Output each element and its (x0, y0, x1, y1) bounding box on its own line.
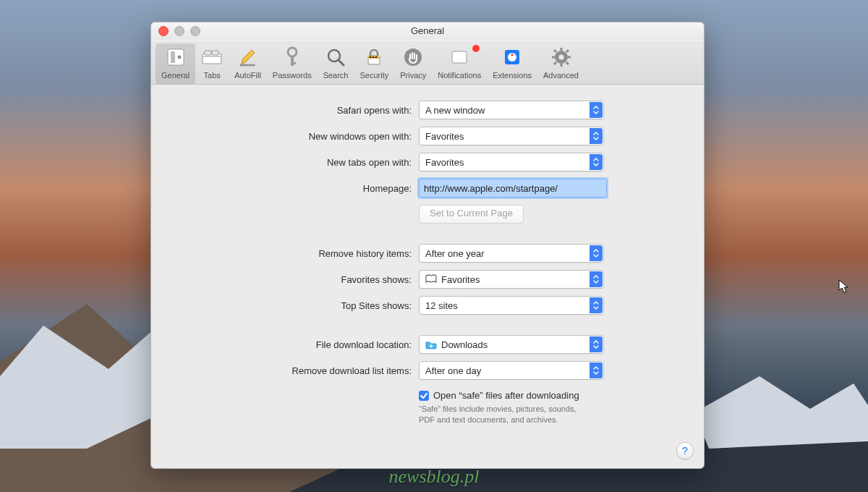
open-safe-files-checkbox[interactable]: Open “safe” files after downloading (419, 390, 636, 401)
svg-line-32 (566, 50, 569, 52)
safe-files-help: “Safe” files include movies, pictures, s… (419, 404, 592, 425)
chevron-updown-icon (590, 102, 603, 118)
cursor-icon (838, 279, 850, 294)
tab-passwords[interactable]: Passwords (267, 43, 318, 84)
folder-icon (425, 339, 437, 349)
svg-rect-13 (291, 62, 296, 64)
svg-rect-5 (171, 51, 175, 63)
tab-label: Privacy (400, 71, 426, 80)
book-icon (425, 274, 437, 284)
popup-new-tabs[interactable]: Favorites (419, 153, 604, 171)
label-remove-downloads: Remove download list items: (173, 365, 419, 376)
svg-line-15 (339, 60, 344, 65)
svg-rect-10 (240, 64, 255, 66)
lock-icon (363, 46, 385, 68)
tab-label: AutoFill (234, 71, 261, 80)
tab-security[interactable]: Security (354, 43, 394, 84)
search-icon (325, 46, 346, 68)
tab-tabs[interactable]: Tabs (195, 43, 229, 84)
tab-label: Extensions (493, 71, 532, 80)
general-pane: Safari opens with: A new window New wind… (151, 85, 704, 447)
tabs-icon (201, 46, 223, 68)
label-safari-opens-with: Safari opens with: (173, 105, 419, 116)
puzzle-icon (501, 46, 523, 68)
popup-safari-opens-with[interactable]: A new window (419, 101, 604, 119)
notification-badge (472, 45, 480, 52)
tab-label: Search (323, 71, 349, 80)
label-remove-history: Remove history items: (173, 248, 419, 259)
gear-icon (550, 46, 572, 68)
svg-rect-8 (205, 51, 211, 55)
help-button[interactable]: ? (676, 442, 694, 459)
popup-remove-history[interactable]: After one year (419, 244, 604, 263)
chevron-updown-icon (590, 271, 603, 287)
chevron-updown-icon (590, 336, 603, 352)
tab-privacy[interactable]: Privacy (394, 43, 432, 84)
popup-new-windows[interactable]: Favorites (419, 127, 604, 145)
notification-icon (448, 46, 470, 68)
pencil-icon (237, 46, 258, 68)
svg-rect-21 (452, 51, 467, 63)
key-icon (281, 46, 303, 68)
desktop: General General Tabs AutoFill (0, 0, 868, 492)
svg-marker-3 (694, 376, 868, 449)
svg-point-25 (558, 55, 563, 60)
close-icon[interactable] (158, 26, 169, 36)
preferences-toolbar: General Tabs AutoFill Passwords (151, 41, 704, 85)
svg-point-11 (288, 48, 297, 56)
svg-line-30 (554, 50, 556, 52)
tab-extensions[interactable]: Extensions (487, 43, 537, 84)
preferences-window: General General Tabs AutoFill (150, 22, 705, 469)
label-top-sites: Top Sites shows: (173, 300, 419, 311)
tab-advanced[interactable]: Advanced (537, 43, 584, 84)
label-new-tabs: New tabs open with: (173, 157, 419, 168)
tab-general[interactable]: General (156, 43, 195, 84)
popup-download-location[interactable]: Downloads (419, 335, 604, 354)
zoom-icon[interactable] (190, 26, 200, 36)
label-favorites-shows: Favorites shows: (173, 274, 419, 285)
set-current-page-button[interactable]: Set to Current Page (419, 205, 524, 224)
popup-favorites-shows[interactable]: Favorites (419, 270, 604, 289)
chevron-updown-icon (590, 362, 603, 378)
tab-label: Advanced (543, 71, 579, 80)
tab-label: Notifications (438, 71, 481, 80)
label-new-windows: New windows open with: (173, 131, 419, 142)
svg-line-31 (566, 62, 569, 64)
tab-label: Security (359, 71, 388, 80)
tab-label: Tabs (204, 71, 221, 80)
tab-label: General (161, 71, 190, 80)
chevron-updown-icon (590, 128, 603, 144)
minimize-icon[interactable] (174, 26, 184, 36)
chevron-updown-icon (590, 154, 603, 170)
homepage-field[interactable] (419, 179, 607, 198)
checkmark-icon (419, 391, 429, 401)
label-download-location: File download location: (173, 339, 419, 350)
titlebar[interactable]: General (151, 22, 704, 41)
svg-point-6 (177, 56, 181, 59)
tab-label: Passwords (273, 71, 312, 80)
watermark: newsblog.pl (389, 466, 480, 488)
popup-remove-downloads[interactable]: After one day (419, 361, 604, 380)
svg-rect-4 (168, 49, 184, 65)
tab-search[interactable]: Search (318, 43, 354, 84)
svg-rect-9 (212, 51, 218, 55)
tab-notifications[interactable]: Notifications (432, 43, 487, 84)
traffic-lights (158, 26, 200, 36)
chevron-updown-icon (590, 297, 603, 313)
tab-autofill[interactable]: AutoFill (229, 43, 267, 84)
window-title: General (411, 25, 444, 36)
general-icon (165, 46, 187, 68)
label-homepage: Homepage: (173, 183, 419, 194)
svg-line-33 (554, 62, 556, 64)
hand-icon (402, 46, 424, 68)
popup-top-sites[interactable]: 12 sites (419, 296, 604, 315)
chevron-updown-icon (590, 245, 603, 261)
